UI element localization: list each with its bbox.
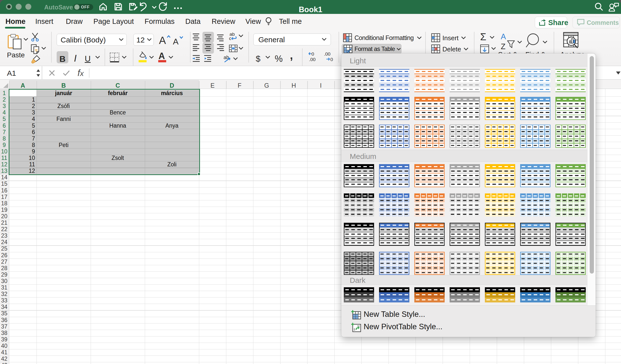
svg-text:0: 0 bbox=[330, 57, 333, 62]
svg-text:.00: .00 bbox=[309, 57, 315, 62]
svg-text:A: A bbox=[501, 32, 506, 41]
svg-text:Z: Z bbox=[501, 42, 505, 51]
svg-text:A: A bbox=[173, 37, 179, 45]
svg-text:A: A bbox=[158, 51, 165, 61]
svg-text:0: 0 bbox=[311, 51, 314, 57]
svg-text:c: c bbox=[229, 36, 232, 41]
svg-text:.00: .00 bbox=[324, 51, 330, 57]
svg-text:A: A bbox=[159, 35, 166, 45]
